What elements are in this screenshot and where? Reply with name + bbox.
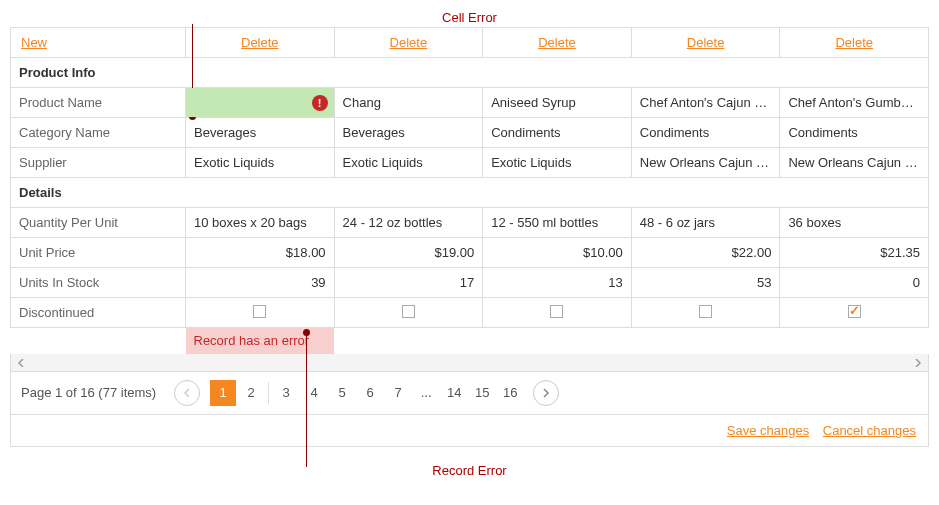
cell-supplier-3[interactable]: New Orleans Cajun Deli... — [631, 148, 780, 178]
row-stock: Units In Stock 39 17 13 53 0 — [11, 268, 929, 298]
horizontal-scrollbar[interactable] — [10, 354, 929, 372]
cell-category-1[interactable]: Beverages — [334, 118, 483, 148]
cell-supplier-1[interactable]: Exotic Liquids — [334, 148, 483, 178]
cell-product-name-1[interactable]: Chang — [334, 88, 483, 118]
cell-qty-2[interactable]: 12 - 550 ml bottles — [483, 208, 632, 238]
row-price: Unit Price $18.00 $19.00 $10.00 $22.00 $… — [11, 238, 929, 268]
label-product-name: Product Name — [11, 88, 186, 118]
checkbox[interactable] — [550, 305, 563, 318]
cell-disc-3[interactable] — [631, 298, 780, 328]
pager-page[interactable]: 1 — [210, 380, 236, 406]
new-link[interactable]: New — [21, 35, 47, 50]
cell-disc-4[interactable] — [780, 298, 929, 328]
cancel-changes-link[interactable]: Cancel changes — [823, 423, 916, 438]
pager-sep — [268, 382, 269, 404]
error-icon[interactable]: ! — [312, 95, 328, 111]
cell-product-name-3[interactable]: Chef Anton's Cajun Sea... — [631, 88, 780, 118]
cell-qty-4[interactable]: 36 boxes — [780, 208, 929, 238]
checkbox-checked[interactable] — [848, 305, 861, 318]
cell-supplier-2[interactable]: Exotic Liquids — [483, 148, 632, 178]
callout-record-error: Record Error — [432, 463, 506, 478]
cell-category-2[interactable]: Condiments — [483, 118, 632, 148]
cell-disc-0[interactable] — [186, 298, 335, 328]
row-product-name: Product Name ! Chang Aniseed Syrup Chef … — [11, 88, 929, 118]
pager-info: Page 1 of 16 (77 items) — [21, 385, 156, 400]
pager-next-button[interactable] — [533, 380, 559, 406]
pager-page[interactable]: 16 — [497, 380, 523, 406]
cell-qty-3[interactable]: 48 - 6 oz jars — [631, 208, 780, 238]
row-disc: Discontinued — [11, 298, 929, 328]
cell-stock-3[interactable]: 53 — [631, 268, 780, 298]
pager-pages: 1234567...141516 — [210, 380, 523, 406]
cell-price-0[interactable]: $18.00 — [186, 238, 335, 268]
scroll-right-icon[interactable] — [910, 355, 926, 371]
label-stock: Units In Stock — [11, 268, 186, 298]
pager-ellipsis: ... — [413, 380, 439, 406]
delete-link[interactable]: Delete — [390, 35, 428, 50]
label-category: Category Name — [11, 118, 186, 148]
row-qty: Quantity Per Unit 10 boxes x 20 bags 24 … — [11, 208, 929, 238]
delete-link[interactable]: Delete — [241, 35, 279, 50]
data-grid: New Delete Delete Delete Delete Delete P… — [10, 27, 929, 354]
label-price: Unit Price — [11, 238, 186, 268]
callout-cell-error: Cell Error — [442, 10, 497, 25]
row-record-error: Record has an error — [11, 328, 929, 354]
cell-category-0[interactable]: Beverages — [186, 118, 335, 148]
pager-page[interactable]: 2 — [238, 380, 264, 406]
delete-link[interactable]: Delete — [687, 35, 725, 50]
cell-price-2[interactable]: $10.00 — [483, 238, 632, 268]
cell-qty-0[interactable]: 10 boxes x 20 bags — [186, 208, 335, 238]
group-product-info: Product Info — [11, 58, 929, 88]
callout-dot — [303, 329, 310, 336]
checkbox[interactable] — [402, 305, 415, 318]
scroll-left-icon[interactable] — [13, 355, 29, 371]
cell-stock-1[interactable]: 17 — [334, 268, 483, 298]
checkbox[interactable] — [699, 305, 712, 318]
checkbox[interactable] — [253, 305, 266, 318]
cell-product-name-2[interactable]: Aniseed Syrup — [483, 88, 632, 118]
cell-product-name-4[interactable]: Chef Anton's Gumbo Mix — [780, 88, 929, 118]
pager-bar: Page 1 of 16 (77 items) 1234567...141516 — [10, 372, 929, 415]
row-category: Category Name Beverages Beverages Condim… — [11, 118, 929, 148]
pager-page[interactable]: 3 — [273, 380, 299, 406]
label-supplier: Supplier — [11, 148, 186, 178]
cell-price-4[interactable]: $21.35 — [780, 238, 929, 268]
cell-price-1[interactable]: $19.00 — [334, 238, 483, 268]
callout-line — [306, 329, 307, 467]
command-row: New Delete Delete Delete Delete Delete — [11, 28, 929, 58]
cell-disc-2[interactable] — [483, 298, 632, 328]
label-disc: Discontinued — [11, 298, 186, 328]
pager-page[interactable]: 14 — [441, 380, 467, 406]
cell-stock-2[interactable]: 13 — [483, 268, 632, 298]
cell-supplier-4[interactable]: New Orleans Cajun Deli... — [780, 148, 929, 178]
cell-price-3[interactable]: $22.00 — [631, 238, 780, 268]
toolbar-bottom: Save changes Cancel changes — [10, 415, 929, 447]
pager-page[interactable]: 6 — [357, 380, 383, 406]
cell-category-3[interactable]: Condiments — [631, 118, 780, 148]
row-supplier: Supplier Exotic Liquids Exotic Liquids E… — [11, 148, 929, 178]
cell-stock-0[interactable]: 39 — [186, 268, 335, 298]
cell-supplier-0[interactable]: Exotic Liquids — [186, 148, 335, 178]
cell-disc-1[interactable] — [334, 298, 483, 328]
delete-link[interactable]: Delete — [538, 35, 576, 50]
record-error-cell: Record has an error — [186, 328, 335, 354]
delete-link[interactable]: Delete — [835, 35, 873, 50]
label-qty: Quantity Per Unit — [11, 208, 186, 238]
cell-category-4[interactable]: Condiments — [780, 118, 929, 148]
save-changes-link[interactable]: Save changes — [727, 423, 809, 438]
cell-qty-1[interactable]: 24 - 12 oz bottles — [334, 208, 483, 238]
pager-page[interactable]: 7 — [385, 380, 411, 406]
cell-product-name-0[interactable]: ! — [186, 88, 335, 118]
cell-stock-4[interactable]: 0 — [780, 268, 929, 298]
group-details: Details — [11, 178, 929, 208]
pager-page[interactable]: 5 — [329, 380, 355, 406]
pager-prev-button[interactable] — [174, 380, 200, 406]
pager-page[interactable]: 15 — [469, 380, 495, 406]
